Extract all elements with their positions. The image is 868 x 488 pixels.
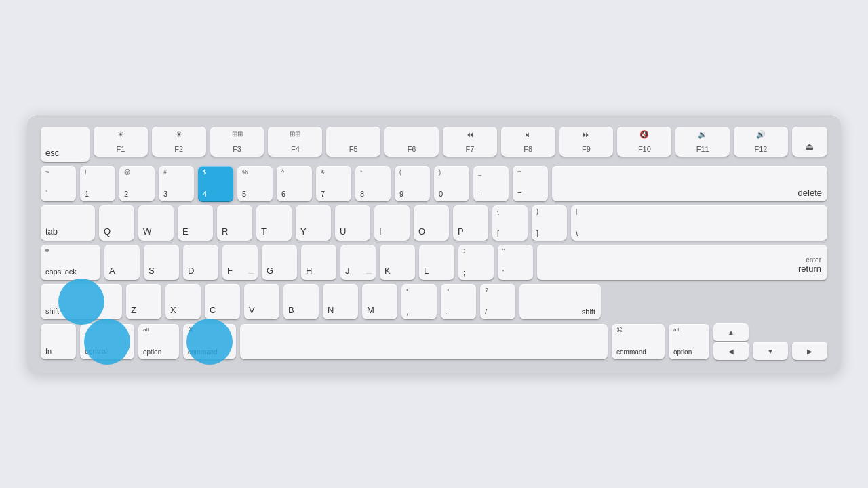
- key-shift-right[interactable]: shift: [519, 284, 601, 319]
- key-h[interactable]: H: [301, 245, 336, 280]
- key-caps-lock[interactable]: caps lock: [41, 245, 100, 280]
- key-s[interactable]: S: [144, 245, 179, 280]
- key-3[interactable]: # 3: [159, 166, 194, 201]
- f2-label: F2: [174, 145, 183, 153]
- key-f1[interactable]: ☀ F1: [94, 127, 148, 157]
- f10-label: F10: [638, 145, 651, 153]
- qwerty-row: tab Q W E R T Y U I O P { [ } ] | \: [41, 205, 827, 241]
- key-esc[interactable]: esc: [41, 127, 90, 162]
- key-lbracket[interactable]: { [: [492, 205, 528, 241]
- command-circle-highlight: [186, 319, 233, 365]
- key-f12[interactable]: 🔊 F12: [734, 127, 788, 157]
- f4-label: F4: [291, 145, 300, 153]
- key-6[interactable]: ^ 6: [277, 166, 312, 201]
- key-option-left[interactable]: alt option: [138, 324, 179, 359]
- key-e[interactable]: E: [178, 205, 213, 241]
- key-arrow-up[interactable]: ▲: [713, 323, 749, 341]
- shift-row: shift Z X C V B N M < , > . ? / shift: [41, 284, 827, 319]
- key-4[interactable]: $ 4: [198, 166, 233, 201]
- key-v[interactable]: V: [244, 284, 279, 319]
- asdf-row: caps lock A S D F — G H J — K L : ; " ' …: [41, 245, 827, 280]
- key-z[interactable]: Z: [126, 284, 161, 319]
- key-q[interactable]: Q: [99, 205, 134, 241]
- key-space[interactable]: [240, 324, 608, 359]
- key-o[interactable]: O: [414, 205, 449, 241]
- key-f9[interactable]: ⏭ F9: [559, 127, 614, 157]
- key-delete[interactable]: delete: [552, 166, 827, 201]
- key-quote[interactable]: " ': [498, 245, 533, 280]
- key-f7[interactable]: ⏮ F7: [443, 127, 497, 157]
- key-period[interactable]: > .: [441, 284, 476, 319]
- f10-icon: 🔇: [639, 130, 649, 139]
- key-k[interactable]: K: [380, 245, 415, 280]
- key-a[interactable]: A: [104, 245, 140, 280]
- key-backslash[interactable]: | \: [571, 205, 827, 241]
- f4-icon: ⊞⊞: [290, 130, 300, 138]
- key-f4[interactable]: ⊞⊞ F4: [268, 127, 322, 157]
- key-f10[interactable]: 🔇 F10: [617, 127, 671, 157]
- key-c[interactable]: C: [205, 284, 240, 319]
- key-f5[interactable]: F5: [326, 127, 380, 157]
- f5-label: F5: [349, 145, 358, 153]
- f12-label: F12: [755, 145, 768, 153]
- key-p[interactable]: P: [453, 205, 488, 241]
- key-control[interactable]: control: [80, 324, 134, 359]
- key-slash[interactable]: ? /: [480, 284, 515, 319]
- key-b[interactable]: B: [283, 284, 319, 319]
- f1-label: F1: [116, 145, 125, 153]
- key-option-right[interactable]: alt option: [669, 324, 709, 359]
- key-arrow-left[interactable]: ◀: [713, 342, 749, 360]
- key-d[interactable]: D: [183, 245, 218, 280]
- key-minus[interactable]: _ -: [473, 166, 509, 201]
- key-t[interactable]: T: [256, 205, 292, 241]
- option-right-label: option: [673, 349, 692, 356]
- key-x[interactable]: X: [165, 284, 201, 319]
- key-f11[interactable]: 🔉 F11: [675, 127, 730, 157]
- key-m[interactable]: M: [362, 284, 397, 319]
- key-rbracket[interactable]: } ]: [532, 205, 567, 241]
- key-f8[interactable]: ⏯ F8: [501, 127, 555, 157]
- key-y[interactable]: Y: [296, 205, 331, 241]
- key-enter[interactable]: enter return: [537, 245, 827, 280]
- key-f3[interactable]: ⊞⊞ F3: [210, 127, 264, 157]
- key-command-right[interactable]: ⌘ command: [612, 324, 665, 359]
- control-circle-highlight: [84, 319, 130, 365]
- key-w[interactable]: W: [138, 205, 174, 241]
- key-arrow-right[interactable]: ▶: [792, 342, 827, 360]
- key-shift-left[interactable]: shift: [41, 284, 122, 319]
- key-tilde[interactable]: ~ `: [41, 166, 76, 201]
- key-9[interactable]: ( 9: [395, 166, 430, 201]
- key-f[interactable]: F —: [222, 245, 258, 280]
- key-0[interactable]: ) 0: [434, 166, 469, 201]
- key-fn[interactable]: fn: [41, 324, 76, 359]
- esc-label: esc: [45, 148, 59, 158]
- key-g[interactable]: G: [262, 245, 297, 280]
- key-semicolon[interactable]: : ;: [458, 245, 494, 280]
- key-1[interactable]: ! 1: [80, 166, 115, 201]
- key-u[interactable]: U: [335, 205, 370, 241]
- key-2[interactable]: @ 2: [119, 166, 155, 201]
- key-arrow-down[interactable]: ▼: [753, 342, 788, 360]
- eject-icon: ⏏: [805, 141, 814, 152]
- key-5[interactable]: % 5: [237, 166, 273, 201]
- control-label: control: [85, 347, 107, 355]
- key-j[interactable]: J —: [340, 245, 376, 280]
- key-8[interactable]: * 8: [355, 166, 391, 201]
- key-eject[interactable]: ⏏: [792, 127, 827, 157]
- key-r[interactable]: R: [217, 205, 252, 241]
- key-tab[interactable]: tab: [41, 205, 95, 241]
- key-f2[interactable]: ☀ F2: [152, 127, 206, 157]
- key-comma[interactable]: < ,: [401, 284, 437, 319]
- f3-icon: ⊞⊞: [232, 130, 243, 138]
- key-equals[interactable]: + =: [513, 166, 548, 201]
- key-command-left[interactable]: ⌘ command: [183, 324, 236, 359]
- key-f6[interactable]: F6: [384, 127, 439, 157]
- key-i[interactable]: I: [374, 205, 410, 241]
- f1-icon: ☀: [117, 130, 124, 139]
- key-n[interactable]: N: [323, 284, 358, 319]
- f12-icon: 🔊: [756, 130, 766, 139]
- command-left-label: command: [188, 349, 218, 356]
- key-7[interactable]: & 7: [316, 166, 351, 201]
- arrow-key-group: ▲ ◀ ▼ ▶: [713, 323, 827, 360]
- key-l[interactable]: L: [419, 245, 454, 280]
